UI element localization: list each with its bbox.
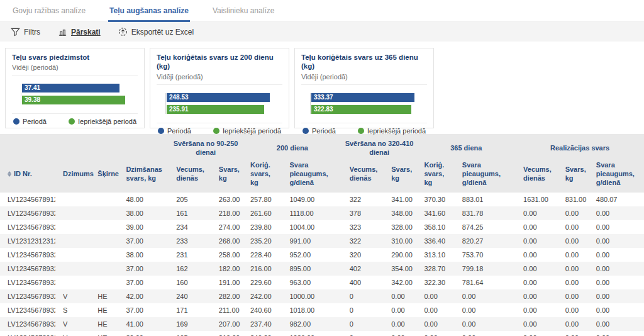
cell-value: 0.00 [384,331,416,336]
group-header: Svēršana no 90-250 dienai [169,134,243,159]
cell-value: 37.00 [118,276,169,289]
cell-value: 322 [342,193,384,206]
cell-value: 348.00 [384,206,416,220]
cell-value: 261.60 [243,206,282,220]
cell-value: 207.00 [211,317,243,331]
column-header-8[interactable]: Svara pieaugums, g/dienā [282,159,341,193]
cell-value: 313.10 [416,248,454,262]
cell-value: 191.00 [211,276,243,289]
column-header-1[interactable]: ID Nr. [0,159,55,193]
cell-value: 0.00 [455,331,516,336]
table-row[interactable]: LV12345678912348.00205263.00257.801049.0… [0,193,644,206]
table-row[interactable]: LV12312312312337.00233268.00235.20991.00… [0,234,644,248]
calf-growth-table: Svēršana no 90-250 dienai200 dienaSvērša… [0,134,644,336]
chart-subtitle: Vidēji (periodā) [12,64,138,71]
cell-value: 0.00 [516,331,558,336]
table-row[interactable]: LV123456789320VHE39.00165210.00246.20103… [0,331,644,336]
table-row[interactable]: LV12345678932238.00161218.00261.601118.0… [0,206,644,220]
column-header-2[interactable]: Dzimums [55,159,90,193]
cell-value: 0.00 [455,317,516,331]
cell-value: 480.07 [589,193,644,206]
column-header-5[interactable]: Vecums, dienās [169,159,211,193]
cell-value: 169 [169,317,211,331]
chart-legend: PeriodāIepriekšējā periodā [157,123,282,136]
cell-id: LV123456789320 [0,331,55,336]
column-header-9[interactable]: Vecums, dienās [342,159,384,193]
tab-1[interactable]: Govju ražības analīze [11,0,87,22]
cell-value: 0 [342,289,384,303]
table-row[interactable]: LV12345678932837.00162182.00216.00895.00… [0,262,644,276]
legend-dot-blue-icon [13,118,19,125]
cell-value: 48.00 [118,193,169,206]
cell-value: 0.00 [516,303,558,317]
chart-legend: PeriodāIepriekšējā periodā [301,123,427,136]
column-header-11[interactable]: Koriģ. svars, kg [416,159,454,193]
tab-3[interactable]: Vaislinieku analīze [211,0,276,22]
table-row[interactable]: LV123456789326VHE42.00240282.00242.00100… [0,289,644,303]
cell-value: 402 [342,262,384,276]
table-row[interactable]: LV12345678932938.00231258.00228.40952.00… [0,248,644,262]
cell-value: 0.00 [455,289,516,303]
cell-value: 1118.00 [282,206,341,220]
table-body: LV12345678912348.00205263.00257.801049.0… [0,193,644,336]
cell-value: 0.00 [589,289,644,303]
column-header-15[interactable]: Svara pieaugums, g/dienā [589,159,644,193]
cell-value: 38.00 [118,248,169,262]
cell-value: 0.00 [384,289,416,303]
legend-item: Iepriekšējā periodā [69,118,136,125]
cell-value: 274.00 [211,220,243,234]
cell-value: 0 [342,303,384,317]
column-header-12[interactable]: Svara pieaugums, g/dienā [455,159,516,193]
cell-value: 37.00 [118,303,169,317]
cell-value: 341.00 [384,193,416,206]
cell-id: LV123456789321 [0,317,55,331]
cell-value: 165 [169,331,211,336]
cell-value: 0.00 [516,262,558,276]
table-row[interactable]: LV123456789325SHE37.00171211.00240.60101… [0,303,644,317]
table-row[interactable]: LV12345678932439.00234274.00239.801004.0… [0,220,644,234]
cell-value: 229.60 [243,276,282,289]
group-header-spacer [0,134,169,159]
export-excel-button[interactable]: Eksportēt uz Excel [118,27,194,36]
cell-value [90,206,118,220]
cell-value: 0.00 [416,303,454,317]
legend-item: Periodā [13,118,47,125]
cell-value: V [55,317,90,331]
legend-label: Iepriekšējā periodā [223,127,281,135]
cell-value: 0.00 [589,303,644,317]
bar-previous-period: 322.83 [311,105,411,114]
sort-icon[interactable] [8,171,11,177]
tab-2[interactable]: Teļu augšanas analīze [108,0,190,22]
cell-value: 0.00 [558,303,589,317]
legend-item: Periodā [158,127,191,135]
column-header-3[interactable]: Šķirne [90,159,118,193]
chart-title: Teļu svars piedzimstot [12,53,138,62]
cell-value: 328.70 [416,262,454,276]
cell-id: LV123456789123 [0,193,55,206]
column-header-13[interactable]: Vecums, dienās [516,159,558,193]
cell-value: 211.00 [211,303,243,317]
reports-button[interactable]: Pārskati [58,27,101,36]
cell-value: 0.00 [589,234,644,248]
cell-value: 205 [169,193,211,206]
cell-value: 322.30 [416,276,454,289]
cell-value: 831.78 [455,206,516,220]
column-header-6[interactable]: Svars, kg [211,159,243,193]
column-header-14[interactable]: Svars, kg [558,159,589,193]
table-row[interactable]: LV12345678932737.00160191.00229.60963.00… [0,276,644,289]
cell-value: 228.40 [243,248,282,262]
cell-value: 963.00 [282,276,341,289]
cell-value: 820.27 [455,234,516,248]
filter-button[interactable]: Filtrs [11,27,40,36]
cell-value: 982.00 [282,317,341,331]
column-header-10[interactable]: Svars, kg [384,159,416,193]
chart-plot-area: 248.53235.91 [157,84,282,123]
cell-value: 874.25 [455,220,516,234]
cell-value: S [55,303,90,317]
column-header-7[interactable]: Koriģ. svars, kg [243,159,282,193]
cell-value: 991.00 [282,234,341,248]
column-header-4[interactable]: Dzimšanas svars, kg [118,159,169,193]
table-row[interactable]: LV123456789321VHE41.00169207.00237.40982… [0,317,644,331]
cell-value: V [55,289,90,303]
chart-plot-area: 333.37322.83 [301,84,427,123]
